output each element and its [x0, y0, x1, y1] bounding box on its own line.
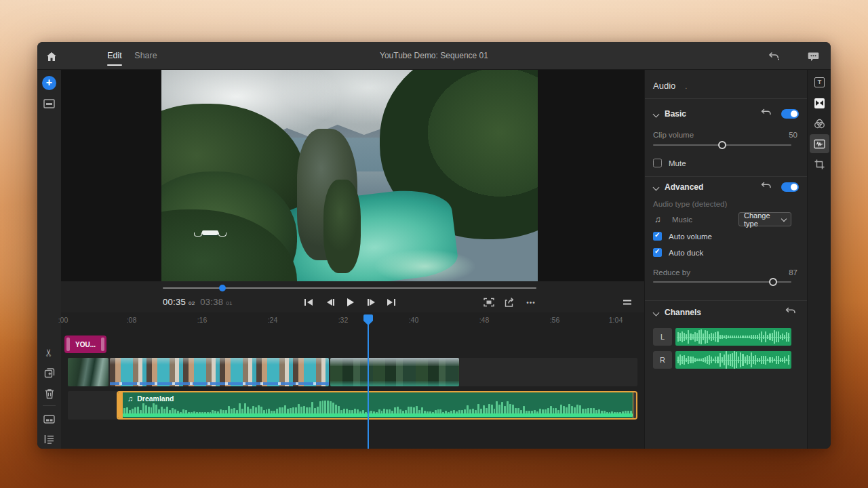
mute-checkbox[interactable]	[653, 159, 662, 167]
go-to-end-button[interactable]	[382, 295, 400, 310]
clip-volume-slider[interactable]	[653, 141, 791, 149]
panel-switcher-rail: T	[807, 70, 831, 449]
toolbar-divider	[43, 405, 56, 406]
clip-trim-handle[interactable]	[118, 392, 123, 418]
auto-duck-checkbox[interactable]	[653, 248, 662, 257]
channel-left-button[interactable]: L	[653, 328, 672, 346]
color-panel-button[interactable]	[810, 114, 829, 133]
playhead-line	[368, 323, 369, 449]
transitions-panel-button[interactable]	[810, 94, 829, 113]
timeline-ruler[interactable]: :00:08:16:24:32:40:48:561:04	[61, 312, 644, 329]
program-monitor	[61, 70, 644, 281]
audio-clip-label: Dreamland	[137, 394, 174, 403]
clip-trim-handle[interactable]	[633, 392, 636, 418]
section-channels[interactable]: Channels	[653, 308, 701, 317]
section-channels-label: Channels	[665, 308, 701, 317]
video-clip-1[interactable]	[68, 358, 108, 386]
mute-checkbox-row[interactable]: Mute	[653, 159, 686, 167]
premiere-rush-window: Edit Share YouTube Demo: Sequence 01 + ✂	[37, 42, 831, 449]
fullscreen-button[interactable]	[481, 296, 497, 309]
clip-trim-handle[interactable]	[101, 338, 104, 351]
divider	[645, 300, 807, 301]
auto-volume-row[interactable]: Auto volume	[653, 232, 712, 241]
preview-scrubber[interactable]	[163, 287, 536, 289]
add-media-button[interactable]: +	[37, 73, 61, 92]
step-back-button[interactable]	[321, 295, 339, 310]
share-frame-button[interactable]	[501, 296, 517, 309]
undo-button[interactable]	[766, 48, 782, 64]
channel-left-waveform	[675, 328, 791, 346]
step-forward-button[interactable]	[362, 295, 380, 310]
audio-gain-strip	[123, 413, 633, 417]
transport-controls: 00:35 02 03:38 01	[61, 293, 644, 312]
auto-duck-row[interactable]: Auto duck	[653, 248, 703, 257]
slider-knob[interactable]	[769, 278, 777, 286]
timeline: :00:08:16:24:32:40:48:561:04 YOU... ♫	[61, 312, 644, 449]
auto-volume-checkbox[interactable]	[653, 232, 662, 241]
top-bar: Edit Share YouTube Demo: Sequence 01	[37, 42, 831, 70]
video-clip-2[interactable]	[110, 358, 329, 386]
media-browser-button[interactable]	[37, 94, 61, 113]
feedback-comment-button[interactable]	[805, 48, 821, 64]
duplicate-clip-button[interactable]	[37, 363, 61, 382]
advanced-enable-toggle[interactable]	[781, 182, 799, 192]
preview-shallows	[368, 247, 481, 281]
ruler-label: :56	[550, 316, 560, 324]
clip-trim-handle[interactable]	[66, 338, 70, 351]
audio-type-label: Audio type (detected)	[653, 200, 727, 208]
audio-panel-icon	[814, 139, 825, 149]
reduce-by-slider[interactable]	[653, 278, 791, 286]
split-clip-button[interactable]: ✂	[37, 343, 61, 362]
channel-right-button[interactable]: R	[653, 351, 672, 369]
desktop-wallpaper: Edit Share YouTube Demo: Sequence 01 + ✂	[0, 0, 868, 488]
reset-channels-button[interactable]	[785, 307, 797, 318]
video-preview[interactable]	[161, 70, 538, 281]
audio-panel-button[interactable]	[810, 134, 829, 153]
section-basic-label: Basic	[665, 109, 686, 119]
more-icon: •••	[526, 299, 536, 306]
audio-waveform	[123, 401, 632, 413]
crop-transform-panel-button[interactable]	[810, 155, 829, 174]
video-clip-3[interactable]	[330, 358, 459, 386]
auto-volume-label: Auto volume	[669, 232, 712, 241]
play-button[interactable]	[342, 295, 359, 310]
crop-icon	[814, 159, 825, 169]
section-basic[interactable]: Basic	[653, 109, 686, 119]
delete-clip-button[interactable]	[37, 384, 61, 403]
mute-label: Mute	[669, 159, 686, 167]
section-advanced[interactable]: Advanced	[653, 182, 703, 192]
title-clip[interactable]: YOU...	[64, 336, 106, 353]
reduce-by-label: Reduce by	[653, 268, 690, 277]
chevron-down-icon	[653, 310, 658, 315]
ruler-label: :32	[338, 316, 349, 324]
tab-edit[interactable]: Edit	[107, 42, 122, 70]
thumbnail-caption-strip	[110, 382, 329, 385]
center-pane: 00:35 02 03:38 01	[61, 70, 644, 449]
track-controls-button[interactable]	[37, 430, 61, 449]
ruler-label: :40	[409, 316, 419, 324]
reset-basic-button[interactable]	[761, 108, 773, 119]
change-type-label: Change type	[744, 211, 782, 228]
basic-enable-toggle[interactable]	[781, 109, 799, 119]
home-button[interactable]	[43, 47, 60, 65]
color-wheels-icon	[814, 119, 825, 129]
divider	[645, 98, 807, 99]
tab-share[interactable]: Share	[134, 42, 157, 70]
scrubber-handle[interactable]	[219, 285, 226, 291]
slider-knob[interactable]	[718, 141, 726, 149]
panel-title-dot: .	[685, 82, 687, 90]
ruler-label: :48	[479, 316, 490, 324]
graphics-panel-button[interactable]: T	[810, 73, 829, 92]
chevron-down-icon	[653, 184, 658, 190]
reset-advanced-button[interactable]	[761, 182, 773, 192]
ruler-label: 1:04	[609, 316, 623, 324]
ruler-label: :24	[268, 316, 278, 324]
timeline-settings-button[interactable]	[619, 296, 635, 309]
change-type-dropdown[interactable]: Change type	[738, 212, 791, 226]
voiceover-button[interactable]	[37, 409, 61, 428]
audio-clip-selected[interactable]: ♫ Dreamland	[117, 391, 637, 420]
go-to-start-button[interactable]	[300, 295, 317, 310]
ruler-label: :08	[127, 316, 137, 324]
divider	[645, 176, 807, 177]
more-options-button[interactable]: •••	[523, 296, 539, 309]
